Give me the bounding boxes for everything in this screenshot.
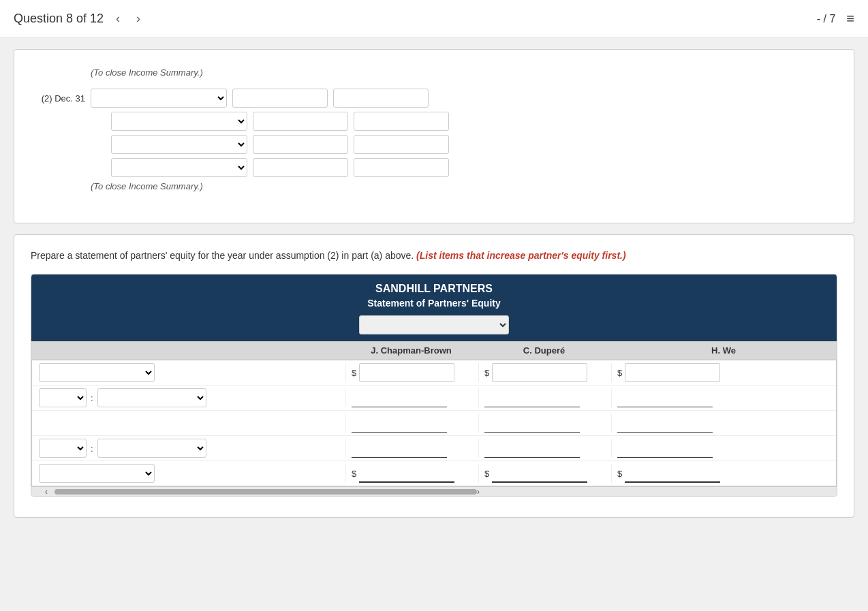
top-closing-note: (To close Income Summary.)	[91, 67, 837, 78]
row2-select-small[interactable]	[39, 388, 87, 407]
equity-row-1: $ $ $	[32, 360, 836, 386]
equity-table-body: $ $ $	[31, 360, 837, 486]
row1-input1[interactable]	[359, 363, 454, 382]
equity-table-wrapper: SANDHILL PARTNERS Statement of Partners'…	[31, 275, 837, 496]
row5-input2[interactable]	[492, 464, 587, 483]
entry-row-1: (2) Dec. 31	[31, 89, 837, 108]
row4-select-medium[interactable]	[97, 439, 206, 458]
row3-input2[interactable]	[484, 413, 580, 433]
scroll-right-arrow[interactable]: ›	[477, 487, 480, 497]
account-select-3[interactable]	[111, 135, 247, 154]
dollar-sign-6: $	[617, 469, 622, 479]
debit-input-4[interactable]	[253, 158, 348, 177]
row1-input2[interactable]	[492, 363, 587, 382]
debit-input-2[interactable]	[253, 112, 348, 131]
row5-amount1: $	[345, 464, 478, 483]
row2-input3[interactable]	[617, 388, 713, 407]
top-bar-left: Question 8 of 12 ‹ ›	[14, 9, 144, 29]
row3-input1[interactable]	[352, 413, 447, 433]
credit-input-1[interactable]	[333, 89, 429, 108]
col-header-description	[31, 345, 345, 356]
row4-amount1	[345, 439, 478, 458]
row4-select-small[interactable]	[39, 439, 87, 458]
entry-row-2	[31, 112, 837, 131]
top-bar: Question 8 of 12 ‹ › - / 7 ≡	[0, 0, 868, 38]
entry-row-4	[31, 158, 837, 177]
col-header-partner2: C. Duperé	[478, 345, 610, 356]
credit-input-4[interactable]	[354, 158, 449, 177]
company-name: SANDHILL PARTNERS	[42, 283, 826, 295]
row2-desc: :	[32, 388, 345, 407]
row1-input3[interactable]	[625, 363, 720, 382]
hscroll-bar[interactable]: ‹ ›	[31, 486, 837, 496]
date-label-dec31: (2) Dec. 31	[31, 93, 85, 104]
bottom-closing-note: (To close Income Summary.)	[91, 181, 837, 191]
dollar-sign-1: $	[352, 368, 356, 378]
dollar-sign-5: $	[484, 469, 489, 479]
row3-amount3	[611, 413, 744, 433]
row2-amount2	[478, 388, 611, 407]
credit-input-2[interactable]	[354, 112, 449, 131]
scroll-left-arrow[interactable]: ‹	[45, 487, 48, 497]
row2-amount3	[611, 388, 744, 407]
credit-input-3[interactable]	[354, 135, 449, 154]
equity-table-header: SANDHILL PARTNERS Statement of Partners'…	[31, 275, 837, 341]
account-select-4[interactable]	[111, 158, 247, 177]
table-title: Statement of Partners' Equity	[42, 298, 826, 309]
row5-desc	[32, 464, 345, 483]
debit-input-3[interactable]	[253, 135, 348, 154]
hscroll-thumb[interactable]	[55, 489, 477, 495]
row5-input1[interactable]	[359, 464, 454, 483]
row1-account-select[interactable]	[39, 363, 155, 382]
row4-desc: :	[32, 439, 345, 458]
dollar-sign-3: $	[617, 368, 622, 378]
equity-row-4: :	[32, 436, 836, 461]
row1-amount2: $	[478, 363, 611, 382]
row2-input2[interactable]	[484, 388, 580, 407]
debit-input-1[interactable]	[232, 89, 328, 108]
row5-account-select[interactable]	[39, 464, 155, 483]
row1-amount3: $	[611, 363, 744, 382]
page-indicator: - / 7	[817, 13, 836, 25]
row3-amount2	[478, 413, 611, 433]
equity-card: Prepare a statement of partners' equity …	[14, 234, 854, 518]
menu-icon[interactable]: ≡	[846, 11, 854, 27]
row4-colon: :	[91, 443, 93, 454]
period-select[interactable]	[359, 315, 509, 334]
main-content: (To close Income Summary.) (2) Dec. 31	[0, 49, 868, 556]
next-button[interactable]: ›	[132, 9, 144, 29]
row2-colon: :	[91, 393, 93, 403]
dollar-sign-2: $	[484, 368, 489, 378]
row4-input1[interactable]	[352, 439, 447, 458]
row1-amount1: $	[345, 363, 478, 382]
highlight-text: (List items that increase partner's equi…	[416, 250, 626, 261]
instruction-text: Prepare a statement of partners' equity …	[31, 249, 837, 263]
col-header-partner3: H. We	[610, 345, 837, 356]
entry-row-3	[31, 135, 837, 154]
row4-input3[interactable]	[617, 439, 713, 458]
closing-entries-card: (To close Income Summary.) (2) Dec. 31	[14, 49, 854, 223]
row5-amount3: $	[611, 464, 744, 483]
col-header-partner1: J. Chapman-Brown	[345, 345, 478, 356]
equity-row-2: :	[32, 386, 836, 411]
equity-row-5: $ $ $	[32, 461, 836, 486]
entry-group-2: (2) Dec. 31	[31, 89, 837, 177]
row1-desc	[32, 363, 345, 382]
row3-input3[interactable]	[617, 413, 713, 433]
row4-input2[interactable]	[484, 439, 580, 458]
prev-button[interactable]: ‹	[112, 9, 124, 29]
row2-select-medium[interactable]	[97, 388, 206, 407]
row5-input3[interactable]	[625, 464, 720, 483]
equity-scroll-area[interactable]: SANDHILL PARTNERS Statement of Partners'…	[31, 274, 837, 497]
row2-amount1	[345, 388, 478, 407]
row3-amount1	[345, 413, 478, 433]
row2-input1[interactable]	[352, 388, 447, 407]
col-headers: J. Chapman-Brown C. Duperé H. We	[31, 341, 837, 360]
row5-amount2: $	[478, 464, 611, 483]
row4-amount3	[611, 439, 744, 458]
account-select-2[interactable]	[111, 112, 247, 131]
equity-row-3	[32, 411, 836, 436]
row4-amount2	[478, 439, 611, 458]
account-select-1[interactable]	[91, 89, 227, 108]
question-label: Question 8 of 12	[14, 12, 104, 26]
